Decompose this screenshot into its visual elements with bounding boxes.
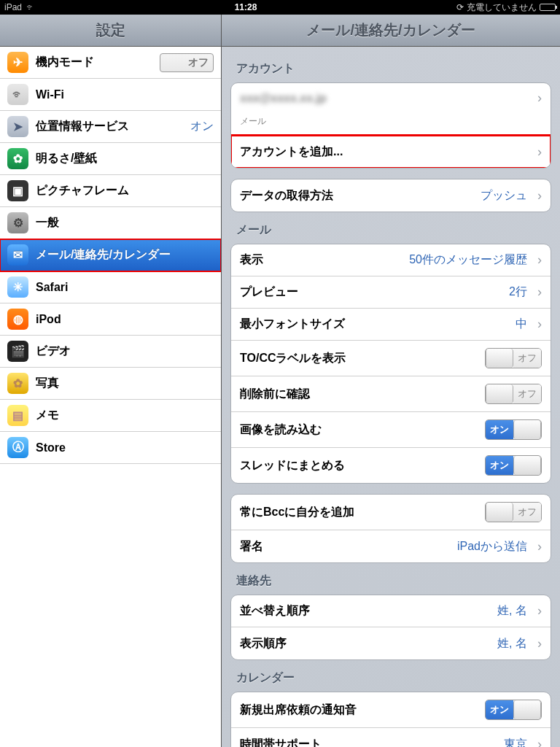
bcc-self-toggle[interactable]: オンオフ — [485, 502, 542, 522]
pictureframe-icon: ▣ — [7, 180, 28, 201]
sidebar-item-wifi[interactable]: ᯤ Wi-Fi — [0, 79, 221, 111]
chevron-right-icon: › — [537, 188, 542, 204]
photos-icon: ✿ — [7, 373, 28, 394]
row-label: TO/CCラベルを表示 — [240, 351, 478, 366]
sidebar-item-label: iPod — [36, 313, 214, 326]
detail-pane: メール/連絡先/カレンダー アカウント xxx@xxxx.xx.jp › メール… — [222, 15, 560, 747]
sidebar-item-location[interactable]: ➤ 位置情報サービス オン — [0, 111, 221, 143]
sidebar-item-general[interactable]: ⚙ 一般 — [0, 207, 221, 239]
row-value: 中 — [516, 317, 527, 332]
account-sub: メール — [240, 115, 542, 128]
sidebar-item-video[interactable]: 🎬 ビデオ — [0, 336, 221, 368]
row-label: 並べ替え順序 — [240, 603, 490, 619]
sidebar-item-label: Wi-Fi — [36, 88, 214, 101]
row-value: 東京 — [504, 737, 527, 748]
fetch-new-data-row[interactable]: データの取得方法 プッシュ › — [231, 179, 551, 212]
load-images-toggle[interactable]: オンオフ — [485, 419, 542, 440]
brightness-icon: ✿ — [7, 148, 28, 169]
section-header-contacts: 連絡先 — [236, 573, 545, 589]
detail-title: メール/連絡先/カレンダー — [222, 15, 560, 47]
wifi-icon: ᯤ — [7, 84, 28, 105]
row-label: プレビュー — [240, 285, 502, 300]
sidebar-item-label: 写真 — [36, 376, 214, 391]
contacts-sort-row[interactable]: 並べ替え順序 姓, 名 › — [231, 595, 551, 627]
clock: 11:28 — [35, 2, 456, 12]
wifi-status-icon: ᯤ — [26, 2, 35, 12]
sidebar-item-label: 明るさ/壁紙 — [36, 151, 214, 166]
sidebar-item-label: Safari — [36, 281, 214, 294]
sidebar-item-label: Store — [36, 441, 214, 454]
section-header-mail: メール — [236, 222, 545, 238]
section-header-calendar: カレンダー — [236, 670, 545, 686]
row-value: 50件のメッセージ履歴 — [409, 252, 527, 268]
sidebar-item-mail[interactable]: ✉ メール/連絡先/カレンダー — [0, 239, 221, 271]
sidebar-item-store[interactable]: Ⓐ Store — [0, 432, 221, 464]
row-value: 姓, 名 — [497, 636, 527, 651]
chevron-right-icon: › — [537, 144, 542, 160]
row-label: 最小フォントサイズ — [240, 317, 508, 332]
device-label: iPad — [4, 2, 22, 12]
ipod-icon: ◍ — [7, 309, 28, 330]
charge-status: 充電していません — [467, 1, 537, 14]
chevron-right-icon: › — [537, 636, 542, 651]
battery-icon — [540, 4, 556, 11]
chevron-right-icon: › — [537, 539, 542, 554]
sidebar-item-airplane[interactable]: ✈ 機内モード オフ — [0, 47, 221, 79]
thread-toggle[interactable]: オンオフ — [485, 455, 542, 476]
sidebar-title: 設定 — [0, 15, 221, 47]
row-label: 表示順序 — [240, 636, 490, 651]
row-label: スレッドにまとめる — [240, 458, 478, 473]
sidebar-item-label: メール/連絡先/カレンダー — [36, 247, 214, 263]
mail-signature-row[interactable]: 署名 iPadから送信 › — [231, 530, 551, 562]
mail-preview-row[interactable]: プレビュー 2行 › — [231, 276, 551, 309]
row-label: 常にBccに自分を追加 — [240, 505, 478, 520]
calendar-alert-toggle[interactable]: オンオフ — [485, 700, 542, 720]
chevron-right-icon: › — [537, 737, 542, 748]
sidebar-item-ipod[interactable]: ◍ iPod — [0, 303, 221, 336]
airplane-toggle[interactable]: オフ — [160, 53, 214, 72]
airplane-icon: ✈ — [7, 52, 28, 73]
sidebar-item-pictureframe[interactable]: ▣ ピクチャフレーム — [0, 175, 221, 207]
sidebar-item-notes[interactable]: ▤ メモ — [0, 400, 221, 432]
mail-load-images-row: 画像を読み込む オンオフ — [231, 412, 551, 448]
sidebar-item-label: 一般 — [36, 215, 214, 231]
account-row-existing[interactable]: xxx@xxxx.xx.jp › メール — [231, 83, 551, 136]
chevron-right-icon: › — [537, 252, 542, 268]
row-label: 削除前に確認 — [240, 387, 478, 402]
contacts-display-row[interactable]: 表示順序 姓, 名 › — [231, 627, 551, 659]
chevron-right-icon: › — [537, 285, 542, 300]
sidebar-item-brightness[interactable]: ✿ 明るさ/壁紙 — [0, 143, 221, 175]
row-label: 画像を読み込む — [240, 422, 478, 438]
sidebar-item-label: 機内モード — [36, 55, 152, 70]
confirm-delete-toggle[interactable]: オンオフ — [485, 384, 542, 404]
add-account-row[interactable]: アカウントを追加... › — [231, 136, 551, 168]
calendar-alert-row: 新規出席依頼の通知音 オンオフ — [231, 692, 551, 728]
status-bar: iPad ᯤ 11:28 ⟳ 充電していません — [0, 0, 560, 15]
row-value: 姓, 名 — [497, 603, 527, 619]
row-label: 新規出席依頼の通知音 — [240, 703, 478, 718]
row-label: アカウントを追加... — [240, 144, 527, 160]
lock-rotation-icon: ⟳ — [456, 2, 464, 12]
mail-bcc-self-row: 常にBccに自分を追加 オンオフ — [231, 495, 551, 530]
row-value: iPadから送信 — [457, 539, 527, 554]
sidebar-item-label: ピクチャフレーム — [36, 183, 214, 198]
row-label: 時間帯サポート — [240, 737, 497, 748]
tocc-toggle[interactable]: オンオフ — [485, 348, 542, 368]
sidebar-item-label: ビデオ — [36, 344, 214, 359]
sidebar-item-label: メモ — [36, 408, 214, 423]
appstore-icon: Ⓐ — [7, 437, 28, 458]
mail-confirm-delete-row: 削除前に確認 オンオフ — [231, 376, 551, 412]
sidebar-item-value: オン — [190, 119, 214, 134]
mail-minfont-row[interactable]: 最小フォントサイズ 中 › — [231, 309, 551, 341]
mail-show-row[interactable]: 表示 50件のメッセージ履歴 › — [231, 244, 551, 276]
video-icon: 🎬 — [7, 341, 28, 362]
chevron-right-icon: › — [537, 90, 542, 106]
safari-icon: ✳ — [7, 276, 28, 298]
row-value: 2行 — [509, 285, 527, 300]
calendar-timezone-row[interactable]: 時間帯サポート 東京 › — [231, 728, 551, 747]
sidebar-item-photos[interactable]: ✿ 写真 — [0, 368, 221, 400]
row-label: 署名 — [240, 539, 450, 554]
mail-thread-row: スレッドにまとめる オンオフ — [231, 448, 551, 483]
account-name: xxx@xxxx.xx.jp — [240, 92, 534, 105]
sidebar-item-safari[interactable]: ✳ Safari — [0, 271, 221, 303]
